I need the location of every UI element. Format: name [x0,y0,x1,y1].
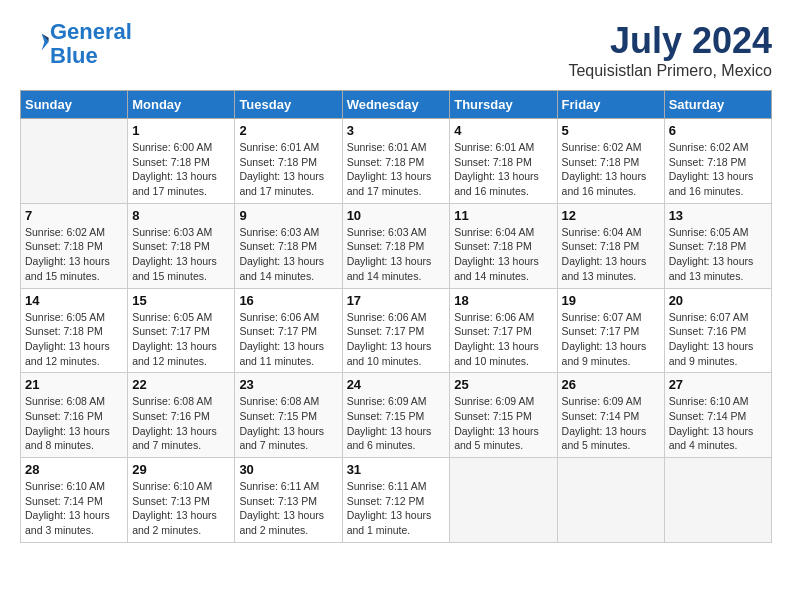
day-info: Sunrise: 6:06 AMSunset: 7:17 PMDaylight:… [239,310,337,369]
day-info: Sunrise: 6:07 AMSunset: 7:17 PMDaylight:… [562,310,660,369]
weekday-header: Saturday [664,91,771,119]
calendar-cell: 30Sunrise: 6:11 AMSunset: 7:13 PMDayligh… [235,458,342,543]
calendar-cell: 20Sunrise: 6:07 AMSunset: 7:16 PMDayligh… [664,288,771,373]
day-info: Sunrise: 6:06 AMSunset: 7:17 PMDaylight:… [454,310,552,369]
day-number: 19 [562,293,660,308]
day-number: 11 [454,208,552,223]
location-title: Tequisistlan Primero, Mexico [568,62,772,80]
calendar-week-row: 1Sunrise: 6:00 AMSunset: 7:18 PMDaylight… [21,119,772,204]
day-info: Sunrise: 6:09 AMSunset: 7:15 PMDaylight:… [454,394,552,453]
calendar-cell: 25Sunrise: 6:09 AMSunset: 7:15 PMDayligh… [450,373,557,458]
day-number: 9 [239,208,337,223]
weekday-header: Monday [128,91,235,119]
calendar-cell [557,458,664,543]
day-info: Sunrise: 6:09 AMSunset: 7:14 PMDaylight:… [562,394,660,453]
calendar-week-row: 28Sunrise: 6:10 AMSunset: 7:14 PMDayligh… [21,458,772,543]
day-info: Sunrise: 6:09 AMSunset: 7:15 PMDaylight:… [347,394,446,453]
calendar-cell: 26Sunrise: 6:09 AMSunset: 7:14 PMDayligh… [557,373,664,458]
day-number: 14 [25,293,123,308]
day-info: Sunrise: 6:08 AMSunset: 7:16 PMDaylight:… [132,394,230,453]
day-number: 25 [454,377,552,392]
day-info: Sunrise: 6:07 AMSunset: 7:16 PMDaylight:… [669,310,767,369]
day-info: Sunrise: 6:00 AMSunset: 7:18 PMDaylight:… [132,140,230,199]
day-info: Sunrise: 6:03 AMSunset: 7:18 PMDaylight:… [132,225,230,284]
day-number: 15 [132,293,230,308]
calendar-table: SundayMondayTuesdayWednesdayThursdayFrid… [20,90,772,543]
day-info: Sunrise: 6:05 AMSunset: 7:18 PMDaylight:… [25,310,123,369]
day-number: 29 [132,462,230,477]
logo-icon [22,28,50,56]
day-info: Sunrise: 6:01 AMSunset: 7:18 PMDaylight:… [239,140,337,199]
calendar-cell: 1Sunrise: 6:00 AMSunset: 7:18 PMDaylight… [128,119,235,204]
calendar-cell: 18Sunrise: 6:06 AMSunset: 7:17 PMDayligh… [450,288,557,373]
day-number: 30 [239,462,337,477]
day-number: 12 [562,208,660,223]
day-number: 10 [347,208,446,223]
day-info: Sunrise: 6:01 AMSunset: 7:18 PMDaylight:… [347,140,446,199]
day-number: 7 [25,208,123,223]
day-number: 21 [25,377,123,392]
calendar-week-row: 14Sunrise: 6:05 AMSunset: 7:18 PMDayligh… [21,288,772,373]
calendar-cell: 6Sunrise: 6:02 AMSunset: 7:18 PMDaylight… [664,119,771,204]
calendar-cell: 23Sunrise: 6:08 AMSunset: 7:15 PMDayligh… [235,373,342,458]
calendar-cell: 9Sunrise: 6:03 AMSunset: 7:18 PMDaylight… [235,203,342,288]
calendar-header: SundayMondayTuesdayWednesdayThursdayFrid… [21,91,772,119]
calendar-cell: 17Sunrise: 6:06 AMSunset: 7:17 PMDayligh… [342,288,450,373]
calendar-cell: 27Sunrise: 6:10 AMSunset: 7:14 PMDayligh… [664,373,771,458]
calendar-cell: 3Sunrise: 6:01 AMSunset: 7:18 PMDaylight… [342,119,450,204]
day-number: 16 [239,293,337,308]
weekday-header: Friday [557,91,664,119]
calendar-cell: 7Sunrise: 6:02 AMSunset: 7:18 PMDaylight… [21,203,128,288]
calendar-body: 1Sunrise: 6:00 AMSunset: 7:18 PMDaylight… [21,119,772,543]
calendar-cell [450,458,557,543]
day-number: 20 [669,293,767,308]
day-number: 3 [347,123,446,138]
weekday-row: SundayMondayTuesdayWednesdayThursdayFrid… [21,91,772,119]
day-info: Sunrise: 6:06 AMSunset: 7:17 PMDaylight:… [347,310,446,369]
day-info: Sunrise: 6:08 AMSunset: 7:16 PMDaylight:… [25,394,123,453]
day-info: Sunrise: 6:10 AMSunset: 7:14 PMDaylight:… [25,479,123,538]
title-block: July 2024 Tequisistlan Primero, Mexico [568,20,772,80]
weekday-header: Sunday [21,91,128,119]
calendar-cell: 16Sunrise: 6:06 AMSunset: 7:17 PMDayligh… [235,288,342,373]
day-number: 18 [454,293,552,308]
day-number: 23 [239,377,337,392]
calendar-cell: 12Sunrise: 6:04 AMSunset: 7:18 PMDayligh… [557,203,664,288]
calendar-cell: 13Sunrise: 6:05 AMSunset: 7:18 PMDayligh… [664,203,771,288]
day-number: 27 [669,377,767,392]
logo-blue: Blue [50,43,98,68]
day-info: Sunrise: 6:10 AMSunset: 7:14 PMDaylight:… [669,394,767,453]
day-info: Sunrise: 6:10 AMSunset: 7:13 PMDaylight:… [132,479,230,538]
day-info: Sunrise: 6:05 AMSunset: 7:18 PMDaylight:… [669,225,767,284]
day-number: 31 [347,462,446,477]
calendar-cell [21,119,128,204]
calendar-cell: 8Sunrise: 6:03 AMSunset: 7:18 PMDaylight… [128,203,235,288]
page-header: General Blue July 2024 Tequisistlan Prim… [20,20,772,80]
calendar-cell: 11Sunrise: 6:04 AMSunset: 7:18 PMDayligh… [450,203,557,288]
calendar-cell: 21Sunrise: 6:08 AMSunset: 7:16 PMDayligh… [21,373,128,458]
day-number: 28 [25,462,123,477]
calendar-cell: 31Sunrise: 6:11 AMSunset: 7:12 PMDayligh… [342,458,450,543]
day-info: Sunrise: 6:11 AMSunset: 7:13 PMDaylight:… [239,479,337,538]
day-number: 8 [132,208,230,223]
day-number: 2 [239,123,337,138]
calendar-week-row: 21Sunrise: 6:08 AMSunset: 7:16 PMDayligh… [21,373,772,458]
logo-text: General Blue [50,20,132,68]
logo-general: General [50,19,132,44]
day-info: Sunrise: 6:08 AMSunset: 7:15 PMDaylight:… [239,394,337,453]
day-info: Sunrise: 6:02 AMSunset: 7:18 PMDaylight:… [25,225,123,284]
logo: General Blue [20,20,132,68]
weekday-header: Tuesday [235,91,342,119]
calendar-cell: 22Sunrise: 6:08 AMSunset: 7:16 PMDayligh… [128,373,235,458]
day-info: Sunrise: 6:02 AMSunset: 7:18 PMDaylight:… [562,140,660,199]
day-number: 24 [347,377,446,392]
day-number: 22 [132,377,230,392]
day-number: 5 [562,123,660,138]
day-number: 4 [454,123,552,138]
calendar-cell: 2Sunrise: 6:01 AMSunset: 7:18 PMDaylight… [235,119,342,204]
calendar-cell: 29Sunrise: 6:10 AMSunset: 7:13 PMDayligh… [128,458,235,543]
calendar-cell: 19Sunrise: 6:07 AMSunset: 7:17 PMDayligh… [557,288,664,373]
day-number: 1 [132,123,230,138]
calendar-cell: 28Sunrise: 6:10 AMSunset: 7:14 PMDayligh… [21,458,128,543]
day-info: Sunrise: 6:11 AMSunset: 7:12 PMDaylight:… [347,479,446,538]
